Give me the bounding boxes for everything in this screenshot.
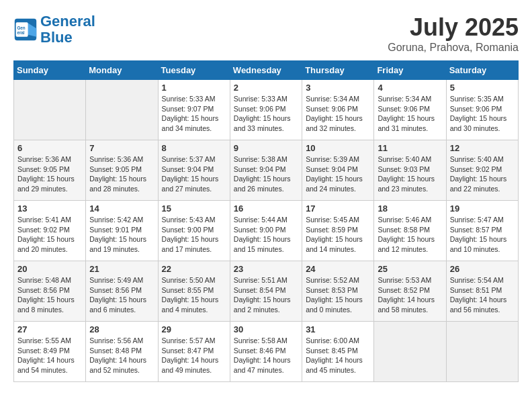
weekday-header-friday: Friday [374, 61, 446, 80]
day-number: 3 [306, 83, 370, 93]
calendar-table: SundayMondayTuesdayWednesdayThursdayFrid… [13, 60, 519, 382]
cell-info: Sunrise: 5:56 AM Sunset: 8:48 PM Dayligh… [89, 336, 154, 375]
calendar-cell: 7Sunrise: 5:36 AM Sunset: 9:05 PM Daylig… [86, 140, 158, 201]
calendar-week-2: 6Sunrise: 5:36 AM Sunset: 9:05 PM Daylig… [14, 140, 519, 201]
day-number: 9 [234, 143, 298, 153]
calendar-cell: 4Sunrise: 5:34 AM Sunset: 9:06 PM Daylig… [374, 80, 446, 140]
calendar-cell: 12Sunrise: 5:40 AM Sunset: 9:02 PM Dayli… [446, 140, 518, 201]
day-number: 5 [450, 83, 515, 93]
cell-info: Sunrise: 5:41 AM Sunset: 9:02 PM Dayligh… [17, 215, 82, 255]
calendar-cell [14, 80, 86, 140]
day-number: 28 [89, 324, 154, 334]
calendar-cell: 26Sunrise: 5:54 AM Sunset: 8:51 PM Dayli… [446, 261, 518, 322]
calendar-cell: 27Sunrise: 5:55 AM Sunset: 8:49 PM Dayli… [14, 322, 86, 382]
cell-info: Sunrise: 5:40 AM Sunset: 9:02 PM Dayligh… [450, 154, 515, 194]
day-number: 10 [306, 143, 370, 153]
calendar-header-row: SundayMondayTuesdayWednesdayThursdayFrid… [14, 61, 519, 80]
calendar-cell: 28Sunrise: 5:56 AM Sunset: 8:48 PM Dayli… [86, 322, 158, 382]
page-header: Gen eral GeneralBlue July 2025 Goruna, P… [13, 13, 519, 54]
cell-info: Sunrise: 5:53 AM Sunset: 8:52 PM Dayligh… [378, 275, 442, 315]
calendar-cell: 21Sunrise: 5:49 AM Sunset: 8:56 PM Dayli… [86, 261, 158, 322]
cell-info: Sunrise: 5:43 AM Sunset: 9:00 PM Dayligh… [162, 215, 226, 255]
day-number: 17 [306, 203, 370, 214]
cell-info: Sunrise: 6:00 AM Sunset: 8:45 PM Dayligh… [306, 336, 370, 375]
day-number: 22 [162, 264, 226, 274]
cell-info: Sunrise: 5:48 AM Sunset: 8:56 PM Dayligh… [17, 275, 82, 315]
cell-info: Sunrise: 5:34 AM Sunset: 9:06 PM Dayligh… [378, 94, 442, 134]
calendar-cell: 20Sunrise: 5:48 AM Sunset: 8:56 PM Dayli… [14, 261, 86, 322]
cell-info: Sunrise: 5:37 AM Sunset: 9:04 PM Dayligh… [162, 154, 226, 194]
calendar-cell: 9Sunrise: 5:38 AM Sunset: 9:04 PM Daylig… [230, 140, 302, 201]
logo: Gen eral GeneralBlue [13, 13, 95, 46]
calendar-cell: 13Sunrise: 5:41 AM Sunset: 9:02 PM Dayli… [14, 201, 86, 261]
day-number: 24 [306, 264, 370, 274]
location-title: Goruna, Prahova, Romania [388, 42, 519, 54]
calendar-cell: 2Sunrise: 5:33 AM Sunset: 9:06 PM Daylig… [230, 80, 302, 140]
calendar-cell: 19Sunrise: 5:47 AM Sunset: 8:57 PM Dayli… [446, 201, 518, 261]
day-number: 13 [17, 203, 82, 214]
day-number: 14 [89, 203, 154, 214]
weekday-header-thursday: Thursday [302, 61, 374, 80]
weekday-header-wednesday: Wednesday [230, 61, 302, 80]
day-number: 19 [450, 203, 515, 214]
day-number: 21 [89, 264, 154, 274]
logo-text: GeneralBlue [40, 13, 95, 46]
day-number: 20 [17, 264, 82, 274]
day-number: 16 [234, 203, 298, 214]
cell-info: Sunrise: 5:38 AM Sunset: 9:04 PM Dayligh… [234, 154, 298, 194]
day-number: 2 [234, 83, 298, 93]
cell-info: Sunrise: 5:51 AM Sunset: 8:54 PM Dayligh… [234, 275, 298, 315]
calendar-cell: 15Sunrise: 5:43 AM Sunset: 9:00 PM Dayli… [158, 201, 230, 261]
day-number: 30 [234, 324, 298, 334]
day-number: 31 [306, 324, 370, 334]
calendar-cell: 6Sunrise: 5:36 AM Sunset: 9:05 PM Daylig… [14, 140, 86, 201]
calendar-week-3: 13Sunrise: 5:41 AM Sunset: 9:02 PM Dayli… [14, 201, 519, 261]
calendar-cell [374, 322, 446, 382]
weekday-header-saturday: Saturday [446, 61, 518, 80]
day-number: 23 [234, 264, 298, 274]
cell-info: Sunrise: 5:58 AM Sunset: 8:46 PM Dayligh… [234, 336, 298, 375]
calendar-cell: 8Sunrise: 5:37 AM Sunset: 9:04 PM Daylig… [158, 140, 230, 201]
calendar-body: 1Sunrise: 5:33 AM Sunset: 9:07 PM Daylig… [14, 80, 519, 382]
cell-info: Sunrise: 5:55 AM Sunset: 8:49 PM Dayligh… [17, 336, 82, 375]
cell-info: Sunrise: 5:54 AM Sunset: 8:51 PM Dayligh… [450, 275, 515, 315]
cell-info: Sunrise: 5:57 AM Sunset: 8:47 PM Dayligh… [162, 336, 226, 375]
day-number: 25 [378, 264, 442, 274]
calendar-cell: 25Sunrise: 5:53 AM Sunset: 8:52 PM Dayli… [374, 261, 446, 322]
cell-info: Sunrise: 5:33 AM Sunset: 9:07 PM Dayligh… [162, 94, 226, 134]
weekday-header-tuesday: Tuesday [158, 61, 230, 80]
cell-info: Sunrise: 5:46 AM Sunset: 8:58 PM Dayligh… [378, 215, 442, 255]
logo-icon: Gen eral [13, 17, 38, 42]
cell-info: Sunrise: 5:50 AM Sunset: 8:55 PM Dayligh… [162, 275, 226, 315]
calendar-cell: 17Sunrise: 5:45 AM Sunset: 8:59 PM Dayli… [302, 201, 374, 261]
calendar-week-1: 1Sunrise: 5:33 AM Sunset: 9:07 PM Daylig… [14, 80, 519, 140]
cell-info: Sunrise: 5:52 AM Sunset: 8:53 PM Dayligh… [306, 275, 370, 315]
month-title: July 2025 [388, 13, 519, 42]
day-number: 12 [450, 143, 515, 153]
svg-text:Gen: Gen [17, 26, 25, 30]
calendar-cell: 5Sunrise: 5:35 AM Sunset: 9:06 PM Daylig… [446, 80, 518, 140]
calendar-cell: 30Sunrise: 5:58 AM Sunset: 8:46 PM Dayli… [230, 322, 302, 382]
calendar-cell [86, 80, 158, 140]
cell-info: Sunrise: 5:36 AM Sunset: 9:05 PM Dayligh… [17, 154, 82, 194]
calendar-cell: 29Sunrise: 5:57 AM Sunset: 8:47 PM Dayli… [158, 322, 230, 382]
calendar-cell: 10Sunrise: 5:39 AM Sunset: 9:04 PM Dayli… [302, 140, 374, 201]
cell-info: Sunrise: 5:47 AM Sunset: 8:57 PM Dayligh… [450, 215, 515, 255]
cell-info: Sunrise: 5:36 AM Sunset: 9:05 PM Dayligh… [89, 154, 154, 194]
cell-info: Sunrise: 5:35 AM Sunset: 9:06 PM Dayligh… [450, 94, 515, 134]
calendar-cell: 23Sunrise: 5:51 AM Sunset: 8:54 PM Dayli… [230, 261, 302, 322]
cell-info: Sunrise: 5:33 AM Sunset: 9:06 PM Dayligh… [234, 94, 298, 134]
calendar-cell: 1Sunrise: 5:33 AM Sunset: 9:07 PM Daylig… [158, 80, 230, 140]
day-number: 29 [162, 324, 226, 334]
cell-info: Sunrise: 5:42 AM Sunset: 9:01 PM Dayligh… [89, 215, 154, 255]
day-number: 11 [378, 143, 442, 153]
cell-info: Sunrise: 5:45 AM Sunset: 8:59 PM Dayligh… [306, 215, 370, 255]
day-number: 4 [378, 83, 442, 93]
calendar-cell: 22Sunrise: 5:50 AM Sunset: 8:55 PM Dayli… [158, 261, 230, 322]
cell-info: Sunrise: 5:44 AM Sunset: 9:00 PM Dayligh… [234, 215, 298, 255]
day-number: 8 [162, 143, 226, 153]
weekday-header-sunday: Sunday [14, 61, 86, 80]
calendar-cell: 18Sunrise: 5:46 AM Sunset: 8:58 PM Dayli… [374, 201, 446, 261]
calendar-cell: 11Sunrise: 5:40 AM Sunset: 9:03 PM Dayli… [374, 140, 446, 201]
cell-info: Sunrise: 5:39 AM Sunset: 9:04 PM Dayligh… [306, 154, 370, 194]
